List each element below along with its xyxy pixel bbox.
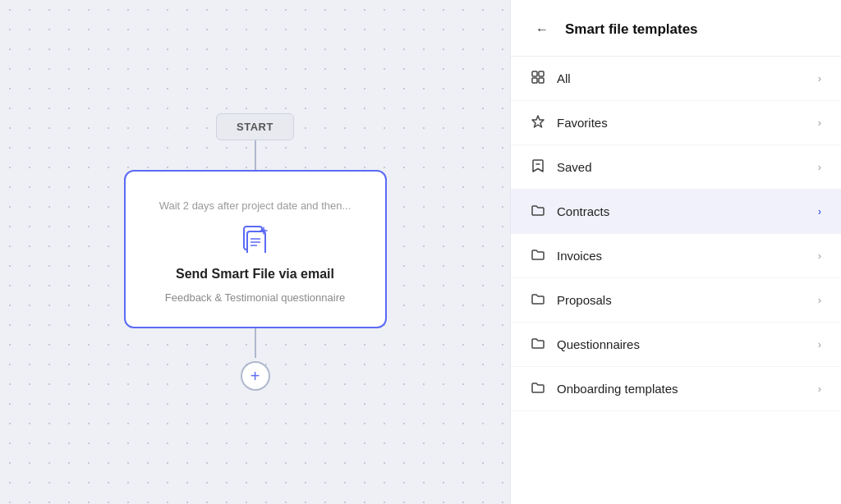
menu-item-invoices[interactable]: Invoices › xyxy=(511,234,841,278)
workflow-canvas: START Wait 2 days after project date and… xyxy=(0,0,510,504)
chevron-right-icon-all: › xyxy=(818,72,821,85)
card-hint: Wait 2 days after project date and then.… xyxy=(159,198,352,214)
svg-rect-13 xyxy=(539,78,544,83)
menu-item-label-questionnaires: Questionnaires xyxy=(557,337,807,351)
menu-item-label-all: All xyxy=(557,71,807,85)
panel-title: Smart file templates xyxy=(565,21,698,38)
folder-icon-invoices xyxy=(531,247,545,264)
menu-item-label-contracts: Contracts xyxy=(557,204,807,218)
menu-item-saved[interactable]: Saved › xyxy=(511,145,841,190)
back-button[interactable]: ← xyxy=(531,18,554,41)
grid-icon-all xyxy=(531,70,545,87)
menu-item-favorites[interactable]: Favorites › xyxy=(511,101,841,145)
menu-item-label-proposals: Proposals xyxy=(557,293,807,307)
chevron-right-icon-invoices: › xyxy=(818,250,821,262)
menu-item-label-favorites: Favorites xyxy=(557,116,807,130)
flow-container: START Wait 2 days after project date and… xyxy=(124,113,387,392)
smart-file-icon xyxy=(241,223,270,257)
chevron-right-icon-questionnaires: › xyxy=(818,338,821,351)
chevron-right-icon-saved: › xyxy=(818,161,821,173)
menu-item-contracts[interactable]: Contracts › xyxy=(511,190,841,234)
svg-rect-11 xyxy=(539,71,544,76)
svg-marker-14 xyxy=(532,116,544,127)
bookmark-icon-saved xyxy=(531,158,545,176)
folder-icon-proposals xyxy=(531,291,545,309)
folder-icon-contracts xyxy=(531,203,545,220)
menu-item-all[interactable]: All › xyxy=(511,57,841,101)
start-node: START xyxy=(216,113,294,140)
right-panel: ← Smart file templates All › Favorites › xyxy=(510,0,841,504)
menu-item-onboarding[interactable]: Onboarding templates › xyxy=(511,367,841,411)
add-step-button[interactable]: + xyxy=(241,361,270,391)
panel-header: ← Smart file templates xyxy=(511,0,841,57)
svg-rect-10 xyxy=(532,71,537,76)
folder-icon-questionnaires xyxy=(531,336,545,353)
menu-item-label-invoices: Invoices xyxy=(557,249,807,263)
menu-item-label-onboarding: Onboarding templates xyxy=(557,382,807,396)
svg-rect-12 xyxy=(532,78,537,83)
back-arrow-icon: ← xyxy=(535,22,549,37)
connector-line-top xyxy=(255,140,256,170)
action-card[interactable]: Wait 2 days after project date and then.… xyxy=(124,170,387,329)
chevron-right-icon-proposals: › xyxy=(818,294,821,306)
chevron-right-icon-onboarding: › xyxy=(818,383,821,395)
chevron-right-icon-favorites: › xyxy=(818,117,821,129)
menu-item-label-saved: Saved xyxy=(557,160,807,174)
add-icon: + xyxy=(250,367,260,386)
template-menu-list: All › Favorites › Saved › Contracts › xyxy=(511,57,841,504)
star-icon-favorites xyxy=(531,114,545,131)
folder-icon-onboarding xyxy=(531,380,545,397)
menu-item-questionnaires[interactable]: Questionnaires › xyxy=(511,323,841,367)
start-label: START xyxy=(237,121,273,133)
card-subtitle: Feedback & Testimonial questionnaire xyxy=(165,291,345,304)
menu-item-proposals[interactable]: Proposals › xyxy=(511,278,841,323)
card-title: Send Smart File via email xyxy=(176,267,334,282)
chevron-right-icon-contracts: › xyxy=(818,205,821,218)
connector-line-bottom xyxy=(255,328,256,358)
